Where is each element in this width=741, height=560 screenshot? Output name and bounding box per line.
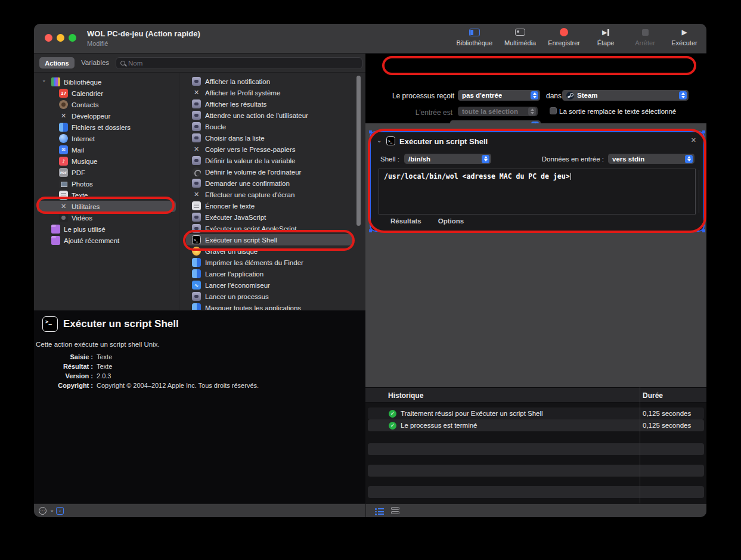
sidebar-item-texte[interactable]: Texte (34, 189, 179, 201)
chevron-down-icon[interactable]: ⌄ (49, 506, 54, 513)
history-message: Traitement réussi pour Exécuter un scrip… (401, 410, 543, 417)
stop-button: Arrêter (631, 27, 659, 46)
sidebar-item-label: Mail (72, 147, 84, 154)
action-item-executer-un-script-applescript[interactable]: Exécuter un script AppleScript (179, 223, 365, 234)
shell-dropdown[interactable]: /bin/sh (404, 154, 491, 164)
action-item-label: Copier vers le Presse-papiers (205, 146, 295, 153)
robot-icon (192, 224, 201, 233)
action-item-label: Masquer toutes les applications (205, 304, 301, 310)
terminal-icon: >_ (192, 235, 201, 244)
script-scrollbar[interactable] (699, 170, 699, 213)
log-list-icon[interactable] (375, 508, 384, 515)
input-is-label: L'entrée est (416, 108, 452, 117)
action-item-label: Énoncer le texte (205, 203, 255, 210)
input-type-dropdown[interactable]: pas d'entrée (458, 90, 540, 101)
quick-action-config: Le processus reçoit pas d'entrée dans St… (365, 54, 706, 123)
more-options-icon[interactable]: ··· (39, 507, 46, 515)
minimize-window-button[interactable] (57, 34, 64, 42)
action-item-definir-le-volume-de-l-ordinateur[interactable]: Définir le volume de l'ordinateur (179, 166, 365, 178)
calendar-icon: 17 (59, 89, 68, 98)
action-item-effectuer-une-capture-d-ecran[interactable]: ✕Effectuer une capture d'écran (179, 189, 365, 200)
sidebar-item-contacts[interactable]: Contacts (34, 99, 179, 110)
action-item-lancer-l-economiseur[interactable]: ∿Lancer l'économiseur (179, 279, 365, 291)
sidebar-item-ajoute-recemment[interactable]: Ajouté récemment (34, 235, 179, 246)
action-item-definir-la-valeur-de-la-variable[interactable]: Définir la valeur de la variable (179, 155, 365, 166)
output-replaces-checkbox[interactable] (550, 107, 557, 114)
options-tab[interactable]: Options (438, 217, 464, 225)
folder-icon (51, 236, 60, 245)
search-input[interactable] (128, 60, 349, 67)
action-item-label: Lancer l'économiseur (205, 282, 270, 289)
actions-scrollbar[interactable] (356, 76, 361, 226)
history-message: Le processus est terminé (401, 422, 477, 429)
action-item-lancer-un-processus[interactable]: Lancer un processus (179, 291, 365, 302)
sidebar-item-fichiers-et-dossiers[interactable]: Fichiers et dossiers (34, 122, 179, 133)
action-item-lancer-l-application[interactable]: Lancer l'application (179, 268, 365, 279)
burn-icon (192, 247, 201, 256)
sidebar-item-bibliotheque[interactable]: ⌄Bibliothèque (34, 76, 179, 88)
action-item-demander-une-confirmation[interactable]: Demander une confirmation (179, 178, 365, 189)
results-tab[interactable]: Résultats (390, 217, 421, 225)
stepper-icon (679, 91, 687, 99)
action-item-executer-un-script-shell[interactable]: >_Exécuter un script Shell (186, 234, 353, 245)
history-row[interactable]: ✓Le processus est terminé0,125 secondes (368, 419, 704, 431)
action-item-attendre-une-action-de-l-utilisateur[interactable]: Attendre une action de l'utilisateur (179, 110, 365, 121)
action-item-graver-un-disque[interactable]: Graver un disque (179, 245, 365, 257)
history-row[interactable]: ✓Traitement réussi pour Exécuter un scri… (368, 407, 704, 419)
script-editor[interactable]: /usr/local/bin/wol <adresse MAC du PC de… (379, 169, 696, 214)
sidebar-item-videos[interactable]: Vidéos (34, 212, 179, 223)
wave-icon: ∿ (192, 281, 201, 290)
step-button[interactable]: ▶ Étape (592, 27, 619, 46)
sidebar-item-label: Contacts (72, 101, 98, 108)
sidebar-item-mail[interactable]: ✉Mail (34, 144, 179, 155)
action-item-afficher-le-profil-systeme[interactable]: ✕Afficher le Profil système (179, 87, 365, 98)
chevron-down-icon[interactable]: ⌄ (42, 77, 46, 83)
close-icon[interactable]: ✕ (691, 136, 696, 144)
selection-dropdown: toute la sélection (458, 107, 538, 116)
description-fields: Saisie :TexteRésultat :TexteVersion :2.0… (34, 353, 365, 391)
zoom-window-button[interactable] (69, 34, 76, 42)
column-divider[interactable] (640, 387, 640, 503)
action-item-imprimer-les-elements-du-finder[interactable]: Imprimer les éléments du Finder (179, 257, 365, 268)
tab-actions[interactable]: Actions (39, 57, 75, 69)
sidebar-item-pdf[interactable]: PDFPDF (34, 167, 179, 178)
history-duration: 0,125 secondes (643, 422, 691, 429)
action-item-copier-vers-le-presse-papiers[interactable]: ✕Copier vers le Presse-papiers (179, 144, 365, 155)
action-item-boucle[interactable]: Boucle (179, 121, 365, 132)
action-item-label: Définir la valeur de la variable (205, 157, 296, 164)
search-field[interactable] (116, 57, 362, 69)
selection-handle (369, 229, 372, 232)
stepper-icon (531, 91, 538, 99)
layout-panels-icon[interactable] (391, 507, 399, 514)
sidebar-item-musique[interactable]: ♪Musique (34, 155, 179, 167)
library-toggle-button[interactable]: Bibliothèque (456, 27, 492, 46)
sidebar-item-label: Ajouté récemment (64, 237, 119, 244)
action-item-masquer-toutes-les-applications[interactable]: Masquer toutes les applications (179, 302, 365, 310)
action-item-executer-javascript[interactable]: Exécuter JavaScript (179, 211, 365, 223)
sidebar-item-internet[interactable]: Internet (34, 133, 179, 144)
action-item-afficher-la-notification[interactable]: Afficher la notification (179, 76, 365, 87)
media-button[interactable]: Multimédia (504, 27, 536, 46)
action-item-afficher-les-resultats[interactable]: Afficher les résultats (179, 98, 365, 110)
record-button[interactable]: Enregistrer (548, 27, 580, 46)
sidebar-item-utilitaires[interactable]: ✕Utilitaires (37, 201, 176, 212)
action-item-enoncer-le-texte[interactable]: Énoncer le texte (179, 200, 365, 211)
sidebar-item-developpeur[interactable]: ✕Développeur (34, 110, 179, 122)
action-item-label: Exécuter JavaScript (205, 214, 266, 221)
panel-toggle-icon[interactable]: ⌄ (56, 507, 64, 515)
sidebar-item-calendrier[interactable]: 17Calendrier (34, 88, 179, 99)
sidebar-item-photos[interactable]: Photos (34, 178, 179, 189)
action-item-label: Afficher le Profil système (205, 89, 280, 97)
left-status-bar: ··· ⌄ ⌄ (34, 503, 365, 517)
sidebar-item-le-plus-utilise[interactable]: Le plus utilisé (34, 223, 179, 235)
shell-script-action-block[interactable]: ⌄ >_ Exécuter un script Shell ✕ Shell : … (371, 132, 703, 231)
input-data-dropdown[interactable]: vers stdin (608, 154, 695, 164)
application-dropdown[interactable]: Steam (562, 90, 689, 101)
action-item-choisir-dans-la-liste[interactable]: Choisir dans la liste (179, 132, 365, 144)
mail-icon: ✉ (59, 145, 68, 154)
tab-variables[interactable]: Variables (81, 59, 109, 66)
in-label: dans (546, 92, 562, 100)
collapse-chevron-icon[interactable]: ⌄ (377, 137, 382, 144)
close-window-button[interactable] (45, 34, 52, 42)
run-button[interactable]: ▶ Exécuter (671, 27, 698, 46)
